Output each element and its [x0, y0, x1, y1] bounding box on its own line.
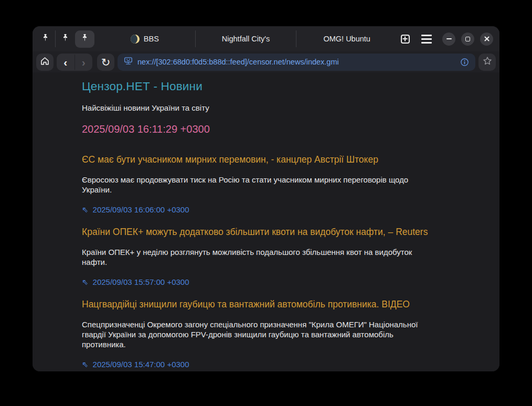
- star-icon: [482, 56, 493, 68]
- tab-omg-ubuntu[interactable]: OMG! Ubuntu: [296, 26, 397, 51]
- url-text: nex://[302:68d0:f0d5:b88d::feed]/censor.…: [137, 58, 455, 66]
- pinned-tab-1[interactable]: [36, 30, 55, 48]
- article-link-label: 2025/09/03 15:57:00 +0300: [93, 277, 189, 286]
- article-summary: Євросоюз має продовжувати тиск на Росію …: [82, 175, 428, 195]
- article-link[interactable]: ⇖ 2025/09/03 15:47:00 +0300: [82, 360, 189, 369]
- tab-nightfall-citys[interactable]: Nightfall City's: [196, 26, 296, 51]
- bookmark-button[interactable]: [478, 54, 496, 71]
- northwest-arrow-icon: ⇖: [82, 278, 89, 286]
- tab-bar: BBS Nightfall City's OMG! Ubuntu: [33, 26, 499, 51]
- page-info-icon[interactable]: [460, 57, 470, 67]
- article-heading: Нацгвардійці знищили гаубицю та вантажни…: [82, 299, 428, 310]
- history-buttons: ‹ ›: [57, 54, 92, 71]
- reload-button[interactable]: ↻: [97, 54, 114, 71]
- article-list: ЄС має бути учасником мирних перемовин, …: [82, 154, 428, 369]
- maximize-button[interactable]: [461, 33, 474, 46]
- article-link-label: 2025/09/03 15:47:00 +0300: [93, 360, 189, 369]
- northwest-arrow-icon: ⇖: [82, 360, 89, 368]
- browser-window: BBS Nightfall City's OMG! Ubuntu: [33, 26, 499, 371]
- article-item: Нацгвардійці знищили гаубицю та вантажни…: [82, 299, 428, 369]
- url-bar[interactable]: nex://[302:68d0:f0d5:b88d::feed]/censor.…: [118, 54, 475, 71]
- reload-icon: ↻: [101, 57, 111, 68]
- maximize-icon: [465, 37, 470, 41]
- terminal-monitor-icon: [123, 56, 133, 68]
- article-item: Країни ОПЕК+ можуть додатково збільшити …: [82, 227, 428, 286]
- menu-button[interactable]: [419, 31, 434, 47]
- new-tab-icon: [401, 35, 410, 44]
- navigation-bar: ‹ › ↻ nex://[302:68d0:f0d5:b88d::feed]/c…: [33, 51, 499, 72]
- feed-timestamp-heading: 2025/09/03 16:11:29 +0300: [82, 123, 428, 135]
- northwest-arrow-icon: ⇖: [82, 206, 89, 213]
- home-icon: [39, 56, 50, 69]
- pin-icon: [41, 33, 50, 46]
- article-heading: ЄС має бути учасником мирних перемовин, …: [82, 154, 428, 165]
- pinned-tab-3-active[interactable]: [75, 30, 94, 48]
- article-item: ЄС має бути учасником мирних перемовин, …: [82, 154, 428, 214]
- article-link-label: 2025/09/03 16:06:00 +0300: [93, 205, 189, 214]
- back-button[interactable]: ‹: [57, 54, 75, 71]
- tab-label: OMG! Ubuntu: [323, 35, 370, 43]
- page-content: Цензор.НЕТ - Новини Найсвіжіші новини Ук…: [33, 72, 499, 371]
- article-link[interactable]: ⇖ 2025/09/03 16:06:00 +0300: [82, 205, 189, 214]
- pinned-tab-2[interactable]: [56, 30, 75, 48]
- article-link[interactable]: ⇖ 2025/09/03 15:57:00 +0300: [82, 277, 189, 286]
- back-icon: ‹: [63, 57, 67, 68]
- pin-icon: [61, 33, 70, 46]
- forward-button[interactable]: ›: [75, 54, 93, 71]
- article-summary: Країни ОПЕК+ у неділю розглянуть можливі…: [82, 247, 428, 267]
- crescent-moon-favicon: [131, 35, 140, 44]
- close-button[interactable]: [480, 33, 493, 46]
- page-subtitle: Найсвіжіші новини України та світу: [82, 103, 428, 112]
- tab-label: Nightfall City's: [222, 35, 270, 43]
- forward-icon: ›: [82, 57, 86, 68]
- pin-icon: [80, 33, 89, 46]
- home-button[interactable]: [36, 54, 54, 71]
- close-icon: [484, 36, 490, 42]
- tab-bbs[interactable]: BBS: [94, 26, 195, 51]
- minimize-button[interactable]: [442, 33, 455, 46]
- minimize-icon: [446, 38, 452, 39]
- hamburger-icon: [421, 35, 432, 44]
- new-tab-button[interactable]: [397, 31, 413, 47]
- page-title: Цензор.НЕТ - Новини: [82, 80, 428, 93]
- article-summary: Спецпризначенці Окремого загону спеціаль…: [82, 319, 428, 349]
- article-heading: Країни ОПЕК+ можуть додатково збільшити …: [82, 227, 428, 238]
- tab-label: BBS: [144, 35, 159, 43]
